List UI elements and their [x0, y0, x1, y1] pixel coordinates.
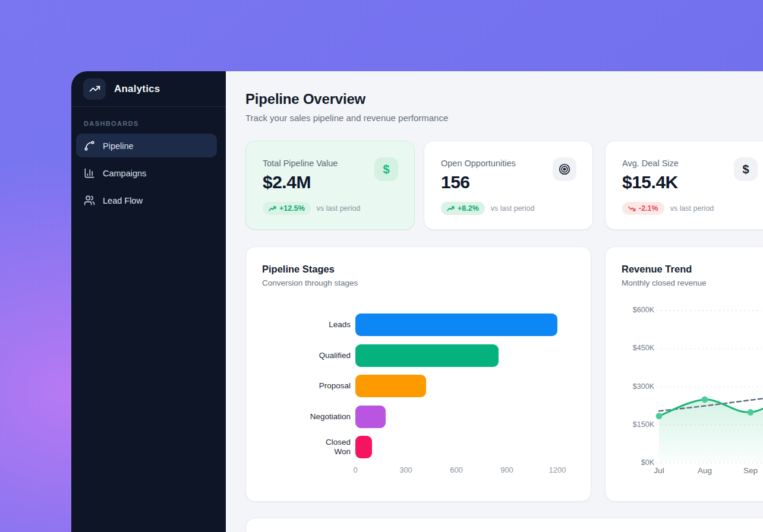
trending-up-icon — [269, 205, 276, 212]
charts-row: Pipeline Stages Conversion through stage… — [245, 246, 763, 502]
kpi-card-open-opportunities[interactable]: Open Opportunities 156 +8.2% vs last per… — [424, 141, 593, 230]
bar-category-label: Leads — [246, 314, 351, 336]
delta-value: +12.5% — [279, 204, 305, 213]
delta-badge: +8.2% — [441, 202, 485, 215]
bar-leads[interactable] — [355, 314, 557, 336]
compare-label: vs last period — [491, 204, 535, 213]
main-content: Pipeline Overview Track your sales pipel… — [226, 71, 763, 532]
sidebar-item-label: Lead Flow — [103, 196, 143, 205]
bar-negotiation[interactable] — [355, 406, 386, 428]
app-name: Analytics — [114, 83, 160, 95]
revenue-trend-svg — [606, 247, 763, 502]
trending-up-icon — [89, 83, 100, 94]
sidebar-nav: Pipeline Campaigns Lead Flow — [71, 134, 226, 212]
x-axis-tick: 600 — [450, 466, 463, 474]
revenue-trend-line-chart[interactable]: $0K$150K$300K$450K$600KJulAugSep — [606, 247, 763, 501]
delta-badge: +12.5% — [263, 202, 311, 215]
desktop-background: Analytics DASHBOARDS Pipeline Campaigns — [0, 0, 763, 532]
delta-badge: -2.1% — [622, 202, 664, 215]
kpi-footer: +8.2% vs last period — [441, 202, 592, 215]
delta-value: -2.1% — [639, 204, 658, 213]
dollar-icon: $ — [374, 157, 398, 181]
kpi-card-total-pipeline-value[interactable]: Total Pipeline Value $2.4M +12.5% vs las… — [245, 141, 415, 230]
bar-proposal[interactable] — [355, 375, 426, 397]
x-axis-tick: 0 — [353, 466, 357, 474]
bar-category-label: Closed Won — [246, 436, 351, 458]
delta-value: +8.2% — [458, 204, 479, 213]
revenue-area-fill — [659, 391, 763, 463]
page-title: Pipeline Overview — [245, 91, 365, 107]
dollar-icon: $ — [734, 157, 758, 181]
data-point-dot[interactable] — [748, 409, 754, 416]
data-point-dot[interactable] — [656, 413, 663, 419]
trending-up-icon — [447, 205, 455, 212]
bar-closed-won[interactable] — [355, 436, 372, 458]
chart-column-icon — [84, 167, 95, 179]
kpi-card-avg-deal-size[interactable]: Avg. Deal Size $15.4K -2.1% vs last peri… — [605, 141, 763, 230]
kpi-footer: -2.1% vs last period — [622, 202, 763, 215]
users-icon — [84, 195, 95, 206]
bar-category-label: Proposal — [246, 375, 351, 397]
revenue-trend-card: Revenue Trend Monthly closed revenue $0K… — [605, 246, 763, 502]
pipeline-stages-bar-chart[interactable]: LeadsQualifiedProposalNegotiationClosed … — [246, 247, 591, 501]
sidebar-item-lead-flow[interactable]: Lead Flow — [76, 188, 217, 212]
bar-category-label: Qualified — [246, 344, 351, 367]
bottom-card-partial — [245, 518, 763, 532]
x-axis-tick: 300 — [399, 466, 412, 474]
bar-qualified[interactable] — [355, 344, 499, 367]
data-point-dot[interactable] — [702, 397, 708, 403]
kpi-row: Total Pipeline Value $2.4M +12.5% vs las… — [245, 141, 763, 230]
bar-category-label: Negotiation — [246, 406, 351, 428]
app-logo — [83, 78, 106, 100]
sidebar: Analytics DASHBOARDS Pipeline Campaigns — [71, 71, 226, 532]
pipeline-stages-card: Pipeline Stages Conversion through stage… — [245, 246, 591, 502]
page-subtitle: Track your sales pipeline and revenue pe… — [245, 113, 448, 123]
pipeline-icon — [84, 140, 95, 151]
x-axis-tick: 900 — [500, 466, 513, 474]
app-window: Analytics DASHBOARDS Pipeline Campaigns — [71, 71, 763, 532]
sidebar-item-label: Campaigns — [103, 169, 146, 178]
trending-down-icon — [628, 205, 636, 212]
app-logo-row: Analytics — [71, 71, 226, 107]
kpi-footer: +12.5% vs last period — [263, 202, 414, 215]
target-icon — [553, 157, 576, 181]
compare-label: vs last period — [670, 204, 714, 213]
sidebar-section-label: DASHBOARDS — [84, 120, 226, 127]
compare-label: vs last period — [317, 204, 361, 213]
sidebar-item-campaigns[interactable]: Campaigns — [76, 161, 217, 185]
sidebar-item-pipeline[interactable]: Pipeline — [76, 134, 217, 157]
sidebar-item-label: Pipeline — [103, 141, 134, 151]
x-axis-tick: 1200 — [549, 466, 566, 474]
